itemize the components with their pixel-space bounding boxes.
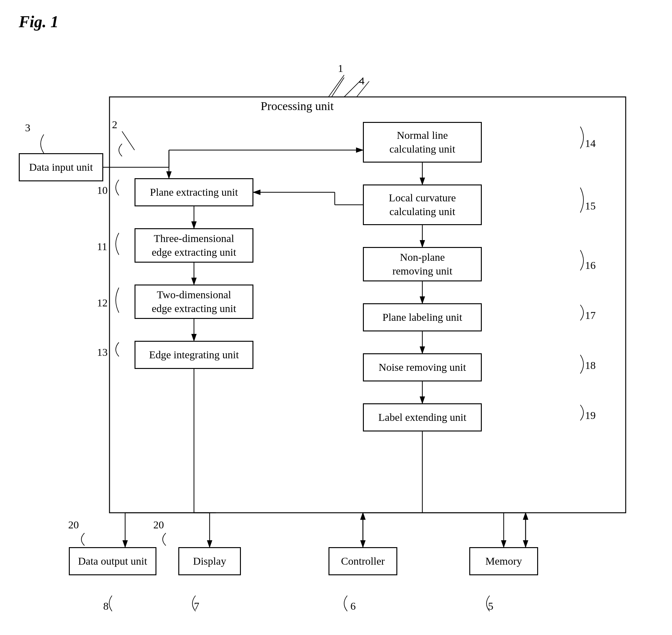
ref-6: 6 [350,600,356,612]
ref-13: 13 [97,346,108,358]
ref-20a: 20 [68,519,79,531]
label-extending-unit: Label extending unit [363,403,482,432]
memory-unit: Memory [469,547,538,575]
annotation-svg [0,0,672,635]
processing-unit-label: Processing unit [219,98,375,114]
ref-17: 17 [585,309,596,322]
data-output-unit: Data output unit [69,547,156,575]
ref-19: 19 [585,410,596,421]
ref-10: 10 [97,184,108,196]
ref-1: 1 [338,63,343,74]
controller-unit: Controller [329,547,397,575]
figure-title: Fig. 1 [19,13,59,31]
svg-line-34 [122,131,134,150]
ref-8: 8 [103,600,109,612]
two-dim-edge-unit: Two-dimensionaledge extracting unit [134,285,253,319]
plane-labeling-unit: Plane labeling unit [363,303,482,331]
ref-16: 16 [585,260,596,271]
ref-18: 18 [585,359,596,371]
ref-7: 7 [194,600,199,612]
three-dim-edge-unit: Three-dimensionaledge extracting unit [134,228,253,263]
ref-15: 15 [585,200,596,212]
ref-2: 2 [112,119,117,131]
ref-5: 5 [488,600,493,612]
normal-line-unit: Normal linecalculating unit [363,122,482,162]
data-input-unit: Data input unit [19,153,103,181]
diagram-svg [0,0,672,635]
ref-14: 14 [585,137,596,150]
svg-line-36 [329,75,344,97]
svg-line-33 [332,78,344,97]
ref-20b: 20 [153,519,164,531]
edge-integrating-unit: Edge integrating unit [134,341,253,369]
ref-4: 4 [359,75,364,87]
local-curvature-unit: Local curvaturecalculating unit [363,184,482,225]
display-unit: Display [178,547,241,575]
ref-11: 11 [97,241,107,253]
noise-removing-unit: Noise removing unit [363,353,482,381]
ref-3: 3 [25,122,30,134]
ref-12: 12 [97,297,108,309]
plane-extracting-unit: Plane extracting unit [134,178,253,206]
non-plane-removing-unit: Non-planeremoving unit [363,247,482,281]
